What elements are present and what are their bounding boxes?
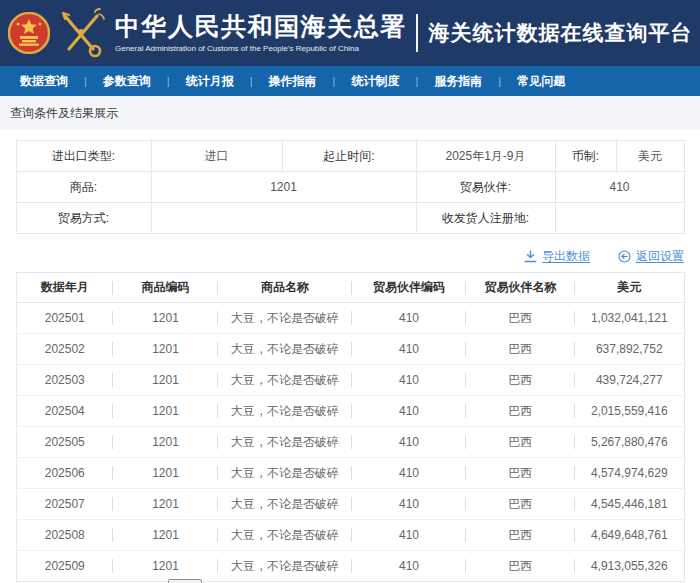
nav-separator: | <box>167 75 170 87</box>
import-export-type-label: 进出口类型: <box>16 141 151 172</box>
cell-data-month: 202503 <box>16 365 113 396</box>
conditions-row-1: 进出口类型: 进口 起止时间: 2025年1月-9月 币制: 美元 <box>16 141 684 172</box>
nav-item-faq[interactable]: 常见问题 <box>517 73 565 90</box>
commodity-label: 商品: <box>16 172 151 203</box>
date-range-value: 2025年1月-9月 <box>416 141 555 172</box>
cell-commodity-code: 1201 <box>113 551 218 582</box>
trade-mode-label: 贸易方式: <box>16 203 151 234</box>
col-header-commodity-name: 商品名称 <box>218 273 352 303</box>
cell-usd-value: 4,649,648,761 <box>575 520 684 551</box>
currency-value: 美元 <box>616 141 684 172</box>
breadcrumb-strip: 查询条件及结果展示 <box>0 96 700 130</box>
pagination-partial-control[interactable] <box>168 579 202 583</box>
nav-item-monthly-report[interactable]: 统计月报 <box>186 73 234 90</box>
cell-partner-name: 巴西 <box>466 303 575 334</box>
table-row: 202509 1201 大豆，不论是否破碎 410 巴西 4,913,055,3… <box>16 551 684 582</box>
cell-partner-code: 410 <box>352 551 466 582</box>
cell-partner-name: 巴西 <box>466 458 575 489</box>
cell-partner-code: 410 <box>352 427 466 458</box>
return-icon <box>618 250 631 263</box>
nav-item-data-query[interactable]: 数据查询 <box>20 73 68 90</box>
cell-commodity-code: 1201 <box>113 396 218 427</box>
results-table: 数据年月 商品编码 商品名称 贸易伙伴编码 贸易伙伴名称 美元 202501 1… <box>16 272 685 582</box>
results-header-row: 数据年月 商品编码 商品名称 贸易伙伴编码 贸易伙伴名称 美元 <box>16 273 684 303</box>
commodity-value: 1201 <box>151 172 416 203</box>
cell-commodity-code: 1201 <box>113 427 218 458</box>
export-data-label: 导出数据 <box>542 248 590 265</box>
cell-partner-code: 410 <box>352 489 466 520</box>
currency-label: 币制: <box>555 141 616 172</box>
table-row: 202506 1201 大豆，不论是否破碎 410 巴西 4,574,974,6… <box>16 458 684 489</box>
cell-usd-value: 4,574,974,629 <box>575 458 684 489</box>
trade-partner-value: 410 <box>555 172 684 203</box>
cell-commodity-code: 1201 <box>113 489 218 520</box>
table-row: 202505 1201 大豆，不论是否破碎 410 巴西 5,267,880,4… <box>16 427 684 458</box>
cell-data-month: 202501 <box>16 303 113 334</box>
registration-place-value <box>555 203 684 234</box>
download-icon <box>524 250 537 263</box>
cell-commodity-code: 1201 <box>113 334 218 365</box>
cell-commodity-name: 大豆，不论是否破碎 <box>218 551 352 582</box>
query-conditions-table: 进出口类型: 进口 起止时间: 2025年1月-9月 币制: 美元 商品: 12… <box>16 140 685 234</box>
cell-data-month: 202507 <box>16 489 113 520</box>
cell-partner-name: 巴西 <box>466 365 575 396</box>
cell-partner-name: 巴西 <box>466 427 575 458</box>
cell-partner-code: 410 <box>352 365 466 396</box>
table-row: 202503 1201 大豆，不论是否破碎 410 巴西 439,724,277 <box>16 365 684 396</box>
cell-commodity-code: 1201 <box>113 365 218 396</box>
cell-data-month: 202506 <box>16 458 113 489</box>
export-data-button[interactable]: 导出数据 <box>524 248 590 265</box>
cell-partner-name: 巴西 <box>466 520 575 551</box>
nav-item-statistics-system[interactable]: 统计制度 <box>351 73 399 90</box>
cell-data-month: 202508 <box>16 520 113 551</box>
registration-place-label: 收发货人注册地: <box>416 203 555 234</box>
cell-commodity-name: 大豆，不论是否破碎 <box>218 334 352 365</box>
nav-item-service-guide[interactable]: 服务指南 <box>434 73 482 90</box>
cell-commodity-name: 大豆，不论是否破碎 <box>218 458 352 489</box>
cell-commodity-name: 大豆，不论是否破碎 <box>218 365 352 396</box>
cell-commodity-name: 大豆，不论是否破碎 <box>218 520 352 551</box>
conditions-row-3: 贸易方式: 收发货人注册地: <box>16 203 684 234</box>
import-export-type-value: 进口 <box>151 141 282 172</box>
cell-usd-value: 637,892,752 <box>575 334 684 365</box>
cell-partner-code: 410 <box>352 334 466 365</box>
nav-item-param-query[interactable]: 参数查询 <box>103 73 151 90</box>
customs-key-icon <box>55 7 107 59</box>
back-to-settings-button[interactable]: 返回设置 <box>618 248 684 265</box>
table-row: 202501 1201 大豆，不论是否破碎 410 巴西 1,032,041,1… <box>16 303 684 334</box>
org-subtitle: General Administration of Customs of the… <box>115 44 407 53</box>
date-range-label: 起止时间: <box>282 141 416 172</box>
table-row: 202507 1201 大豆，不论是否破碎 410 巴西 4,545,446,1… <box>16 489 684 520</box>
platform-title: 海关统计数据在线查询平台 <box>429 19 693 47</box>
cell-commodity-name: 大豆，不论是否破碎 <box>218 396 352 427</box>
cell-partner-name: 巴西 <box>466 334 575 365</box>
cell-partner-code: 410 <box>352 520 466 551</box>
cell-commodity-name: 大豆，不论是否破碎 <box>218 489 352 520</box>
col-header-partner-name: 贸易伙伴名称 <box>466 273 575 303</box>
national-emblem-icon <box>8 12 50 54</box>
cell-usd-value: 5,267,880,476 <box>575 427 684 458</box>
cell-data-month: 202505 <box>16 427 113 458</box>
trade-partner-label: 贸易伙伴: <box>416 172 555 203</box>
org-title: 中华人民共和国海关总署 <box>115 13 407 41</box>
org-title-block: 中华人民共和国海关总署 General Administration of Cu… <box>115 13 407 53</box>
cell-usd-value: 439,724,277 <box>575 365 684 396</box>
cell-usd-value: 4,545,446,181 <box>575 489 684 520</box>
trade-mode-value <box>151 203 416 234</box>
cell-commodity-name: 大豆，不论是否破碎 <box>218 303 352 334</box>
cell-usd-value: 2,015,559,416 <box>575 396 684 427</box>
cell-partner-name: 巴西 <box>466 396 575 427</box>
nav-item-operation-guide[interactable]: 操作指南 <box>269 73 317 90</box>
cell-data-month: 202502 <box>16 334 113 365</box>
cell-partner-code: 410 <box>352 458 466 489</box>
banner-divider <box>416 14 418 52</box>
conditions-row-2: 商品: 1201 贸易伙伴: 410 <box>16 172 684 203</box>
col-header-data-month: 数据年月 <box>16 273 113 303</box>
cell-usd-value: 4,913,055,326 <box>575 551 684 582</box>
cell-partner-name: 巴西 <box>466 551 575 582</box>
cell-usd-value: 1,032,041,121 <box>575 303 684 334</box>
results-toolbar: 导出数据 返回设置 <box>16 247 684 265</box>
table-row: 202502 1201 大豆，不论是否破碎 410 巴西 637,892,752 <box>16 334 684 365</box>
nav-separator: | <box>250 75 253 87</box>
col-header-partner-code: 贸易伙伴编码 <box>352 273 466 303</box>
